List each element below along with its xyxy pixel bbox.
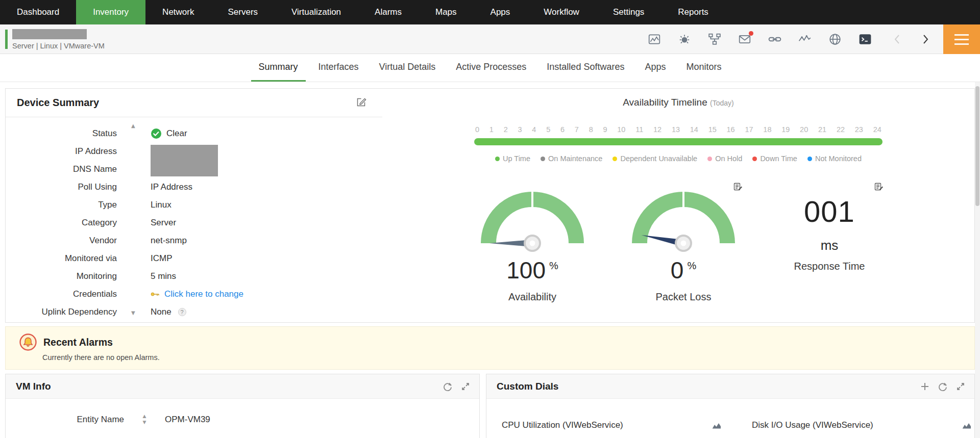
availability-timeline: 0123456789101112131415161718192021222324… [474, 125, 883, 163]
chart-icon[interactable] [962, 422, 971, 429]
availability-timeline-title: Availability Timeline (Today) [623, 97, 733, 108]
nav-item-network[interactable]: Network [145, 0, 211, 24]
scroll-up-icon[interactable]: ▲ [131, 123, 135, 128]
sparkline-icon[interactable] [798, 33, 812, 46]
nav-item-virtualization[interactable]: Virtualization [275, 0, 358, 24]
packet-loss-value: 0% [622, 256, 745, 284]
timeline-legend: Up Time On Maintenance Dependent Unavail… [474, 154, 883, 163]
dial-item-disk-io-usage[interactable]: Disk I/O Usage (VIWebService) [752, 420, 971, 430]
topology-icon[interactable] [708, 33, 721, 46]
scrollbar-thumb[interactable] [975, 86, 979, 206]
availability-label: Availability [471, 291, 594, 303]
scroll-down-icon[interactable]: ▼ [131, 311, 135, 316]
legend-dot [752, 157, 757, 161]
link-icon[interactable] [768, 33, 781, 46]
legend-item: Up Time [495, 154, 530, 163]
performance-icon[interactable] [648, 33, 661, 46]
legend-item: On Maintenance [541, 154, 602, 163]
terminal-icon[interactable] [859, 33, 872, 46]
vm-info-panel: VM Info Entity Name ▲ ▼ [5, 374, 480, 438]
nav-item-reports[interactable]: Reports [661, 0, 725, 24]
menu-button[interactable] [943, 24, 980, 54]
nav-item-maps[interactable]: Maps [419, 0, 474, 24]
nav-item-settings[interactable]: Settings [596, 0, 661, 24]
device-subtitle: Server | Linux | VMware-VM [12, 42, 105, 50]
vm-info-scroll: ▲ ▼ [124, 414, 165, 425]
globe-icon[interactable] [828, 33, 842, 46]
mail-unread-badge [749, 31, 753, 36]
device-name-redacted [12, 29, 87, 39]
device-identity: Server | Linux | VMware-VM [12, 29, 105, 50]
tab-apps[interactable]: Apps [637, 54, 673, 82]
response-time-unit: ms [773, 238, 886, 253]
nav-item-dashboard[interactable]: Dashboard [0, 0, 76, 24]
help-icon[interactable]: ? [178, 308, 186, 316]
device-summary-panel: Device Summary ▲ ▼ Status Clear [6, 89, 382, 322]
device-status-accent [5, 30, 8, 49]
packet-loss-dial [627, 184, 740, 252]
opmanager-device-page: Dashboard Inventory Network Servers Virt… [0, 0, 980, 438]
chevron-right-icon[interactable] [920, 33, 931, 46]
status-clear-icon [151, 128, 162, 139]
recent-alarms-panel: Recent Alarms Currently there are no ope… [5, 326, 975, 370]
device-summary-fields: ▲ ▼ Status Clear IP Address [6, 117, 382, 323]
mail-icon[interactable] [738, 33, 751, 46]
scroll-up-icon[interactable]: ▲ [143, 414, 146, 419]
menu-icon [954, 34, 969, 36]
chart-icon[interactable] [712, 422, 721, 429]
nav-item-servers[interactable]: Servers [211, 0, 275, 24]
ip-dns-redacted-value [151, 145, 218, 176]
field-row-credentials: Credentials Click here to change [6, 285, 382, 303]
device-header: Server | Linux | VMware-VM [0, 24, 980, 54]
threshold-settings-icon[interactable] [874, 182, 884, 193]
nav-item-alarms[interactable]: Alarms [358, 0, 419, 24]
refresh-icon[interactable] [938, 381, 948, 392]
main-content: Device Summary ▲ ▼ Status Clear [0, 82, 980, 438]
device-summary-title: Device Summary [17, 97, 99, 109]
dial-item-cpu-utilization[interactable]: CPU Utilization (VIWebService) [502, 420, 721, 430]
field-row-status: Status Clear [6, 124, 382, 142]
availability-panel: Availability Timeline (Today) 0123456789… [382, 89, 974, 322]
availability-dial [476, 184, 589, 252]
packet-loss-label: Packet Loss [622, 291, 745, 303]
expand-icon[interactable] [461, 382, 470, 391]
legend-dot [612, 157, 617, 161]
tab-interfaces[interactable]: Interfaces [311, 54, 366, 82]
threshold-settings-icon[interactable] [733, 182, 743, 193]
nav-item-apps[interactable]: Apps [474, 0, 527, 24]
nav-item-inventory[interactable]: Inventory [76, 0, 145, 24]
alarm-bell-icon [19, 333, 37, 351]
top-nav: Dashboard Inventory Network Servers Virt… [0, 0, 980, 24]
tab-installed-softwares[interactable]: Installed Softwares [539, 54, 632, 82]
alarm-icon[interactable] [678, 33, 691, 46]
bottom-panels: VM Info Entity Name ▲ ▼ [5, 374, 975, 438]
tab-virtual-details[interactable]: Virtual Details [372, 54, 444, 82]
legend-item: On Hold [707, 154, 742, 163]
legend-item: Dependent Unavailable [612, 154, 697, 163]
custom-dials-panel: Custom Dials C [486, 374, 975, 438]
scroll-down-icon[interactable]: ▼ [143, 420, 146, 425]
legend-item: Down Time [752, 154, 797, 163]
edit-icon[interactable] [356, 96, 367, 110]
vm-info-title: VM Info [16, 381, 51, 392]
legend-item: Not Monitored [807, 154, 862, 163]
tab-active-processes[interactable]: Active Processes [448, 54, 534, 82]
chevron-left-icon[interactable] [892, 33, 903, 46]
add-dial-icon[interactable] [920, 382, 929, 391]
custom-dials-title: Custom Dials [497, 381, 558, 392]
field-row-vendor: Vendor net-snmp [6, 231, 382, 249]
nav-item-workflow[interactable]: Workflow [527, 0, 596, 24]
expand-icon[interactable] [956, 382, 965, 391]
tab-bar: Summary Interfaces Virtual Details Activ… [0, 54, 980, 82]
tab-monitors[interactable]: Monitors [678, 54, 729, 82]
field-row-poll-using: Poll Using IP Address [6, 178, 382, 196]
entity-name-label: Entity Name [6, 415, 124, 425]
field-row-monitoring: Monitoring 5 mins [6, 267, 382, 285]
uptime-bar[interactable] [474, 138, 883, 145]
field-row-category: Category Server [6, 214, 382, 231]
tab-summary[interactable]: Summary [251, 54, 306, 82]
credentials-change-link[interactable]: Click here to change [164, 289, 243, 299]
refresh-icon[interactable] [443, 381, 453, 392]
field-row-type: Type Linux [6, 196, 382, 214]
legend-dot [807, 157, 812, 161]
